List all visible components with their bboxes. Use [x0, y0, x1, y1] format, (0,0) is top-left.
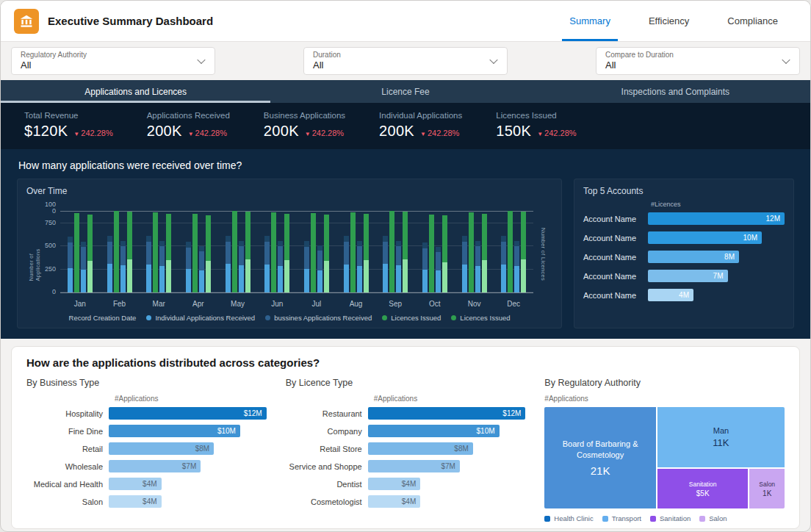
- bar-segment: [166, 214, 171, 260]
- account-name: Account Name: [583, 234, 648, 242]
- filters-row: Regulatory Authority All Duration All Co…: [1, 42, 810, 80]
- bar-track: $8M: [109, 442, 267, 455]
- right-axis-label: Number of Licences: [540, 228, 547, 281]
- kpi-label: Business Applications: [264, 111, 345, 120]
- filter-duration[interactable]: Duration All: [303, 47, 508, 75]
- bar-segment: [120, 265, 126, 292]
- treemap-legend: Health ClinicTransportSanitationSalon: [544, 514, 785, 522]
- bar-segment: [186, 248, 191, 269]
- applications-stacked-bar: [146, 205, 151, 292]
- tab-licence-fee[interactable]: Licence Fee: [270, 80, 540, 103]
- legend-item: Health Clinic: [544, 514, 593, 522]
- bar-track: $4M: [109, 495, 267, 508]
- treemap-tile-2[interactable]: Sanitation $5K: [657, 469, 750, 508]
- tile-label: Salon: [759, 481, 775, 488]
- legend-dot: [650, 516, 656, 522]
- bar-segment: [436, 247, 441, 252]
- bar-track: $10M: [368, 425, 526, 437]
- top-accounts-title: Top 5 Accounts: [583, 186, 785, 196]
- month-group-sep: [375, 205, 415, 292]
- legend-label: Health Clinic: [554, 514, 593, 522]
- legend-item: Salon: [699, 514, 727, 522]
- bar-value: $4M: [143, 480, 156, 488]
- down-arrow-icon: ▼: [305, 131, 311, 137]
- bar-value: $12M: [502, 409, 521, 417]
- treemap-tile-3[interactable]: Salon 1K: [749, 469, 785, 508]
- by-business-type-chart: By Business Type #Applications Hospitali…: [26, 378, 267, 522]
- category-label: Hospitality: [26, 409, 109, 418]
- bar-segment: [226, 236, 231, 242]
- bar-segment: [81, 242, 86, 247]
- bar-track: $12M: [368, 407, 526, 420]
- bar-segment: [350, 212, 356, 292]
- chevron-down-icon: [197, 56, 205, 64]
- month-group-jan: [60, 205, 100, 292]
- legend-dot: [544, 516, 550, 522]
- bar-track: 7M: [648, 270, 785, 282]
- chevron-down-icon: [489, 56, 497, 64]
- chart-title: By Regulatory Authority: [544, 378, 785, 388]
- bar-value: $4M: [402, 480, 416, 488]
- treemap-tile-1[interactable]: Man 11K: [657, 407, 785, 469]
- bar-segment: [264, 236, 270, 242]
- account-row: Account Name12M: [583, 212, 785, 225]
- filter-regulatory-authority[interactable]: Regulatory Authority All: [11, 47, 215, 75]
- bar-segment: [278, 241, 283, 246]
- licences-bar: [271, 205, 276, 292]
- bar-segment: [107, 236, 112, 242]
- applications-stacked-bar: [475, 205, 480, 292]
- bar-segment: [383, 264, 388, 292]
- month-group-dec: [494, 205, 533, 292]
- applications-stacked-bar: [68, 205, 73, 292]
- month-group-aug: [336, 205, 376, 292]
- bar-value: $7M: [182, 462, 196, 470]
- bar-segment: [239, 241, 244, 246]
- applications-stacked-bar: [186, 205, 191, 292]
- down-arrow-icon: ▼: [73, 131, 79, 137]
- bar-value: 7M: [713, 272, 724, 280]
- bar-segment: [107, 242, 112, 264]
- legend-item: Licences Issued: [451, 314, 510, 322]
- tab-summary[interactable]: Summary: [550, 1, 630, 41]
- bar-segment: [396, 246, 401, 265]
- applications-stacked-bar: [304, 205, 309, 292]
- bar-segment: [87, 261, 93, 292]
- kpi-licences-issued: Licences Issued 150K ▼242.28%: [496, 111, 576, 140]
- bar-segment: [120, 246, 126, 265]
- bar-segment: [514, 241, 519, 246]
- tab-inspections-and-complaints[interactable]: Inspections and Complaints: [541, 80, 810, 103]
- top-bar: Executive Summary Dashboard Summary Effi…: [1, 1, 810, 42]
- category-label: Retail Store: [286, 445, 368, 453]
- legend-label: bussines Applications Received: [274, 314, 372, 322]
- bar-track: $8M: [368, 442, 526, 455]
- tab-efficiency[interactable]: Efficiency: [630, 1, 708, 41]
- over-time-panel: Over Time Number of Applications Number …: [17, 179, 562, 328]
- bar-segment: [159, 241, 165, 246]
- licences-stacked-bar: [324, 205, 329, 292]
- bar-segment: [199, 270, 204, 292]
- bar-segment: [114, 211, 119, 292]
- bar-segment: [226, 242, 231, 264]
- treemap-tile-0[interactable]: Board of Barbaring & Cosmetology 21K: [544, 407, 657, 508]
- tab-applications-and-licences[interactable]: Applications and Licences: [1, 80, 270, 103]
- category-row: Salon$4M: [26, 495, 267, 508]
- over-time-title: Over Time: [26, 186, 552, 196]
- bar-segment: [264, 242, 270, 265]
- bar-segment: [186, 242, 191, 248]
- filter-compare-to-duration[interactable]: Compare to Duration All: [596, 47, 800, 75]
- legend-dot: [265, 315, 270, 320]
- applications-stacked-bar: [462, 205, 467, 292]
- applications-stacked-bar: [199, 205, 204, 292]
- bar-segment: [521, 259, 526, 292]
- category-row: Hospitality$12M: [26, 407, 267, 420]
- category-row: Fine Dine$10M: [26, 425, 267, 437]
- kpi-value: $120K: [24, 123, 68, 140]
- tab-compliance[interactable]: Compliance: [708, 1, 797, 41]
- licences-stacked-bar: [284, 205, 289, 292]
- top-accounts-panel: Top 5 Accounts #Licences Account Name12M…: [574, 179, 794, 328]
- bar: $12M: [109, 407, 267, 420]
- down-arrow-icon: ▼: [420, 131, 426, 137]
- applications-stacked-bar: [159, 205, 165, 292]
- applications-stacked-bar: [344, 205, 349, 292]
- bar: $8M: [109, 442, 214, 455]
